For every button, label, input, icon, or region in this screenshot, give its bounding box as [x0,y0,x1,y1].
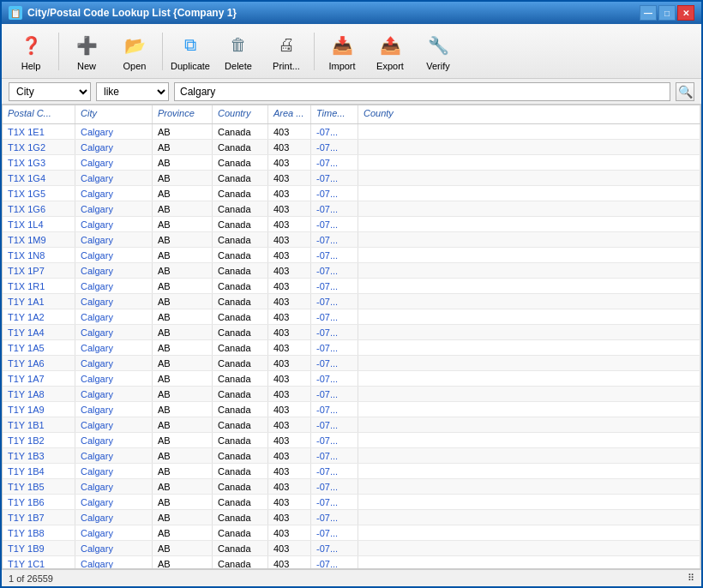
table-cell-time: -07... [311,201,358,216]
table-cell-province: AB [153,556,213,568]
table-row[interactable]: T1Y 1A7CalgaryABCanada403-07... [3,371,700,387]
help-icon: ❓ [17,32,45,59]
table-cell-city: Calgary [75,309,153,324]
window-title: City/Postal Code Lookup List {Company 1} [27,7,237,19]
table-row[interactable]: T1X 1G5CalgaryABCanada403-07... [3,186,700,201]
print-icon: 🖨 [273,32,300,59]
close-button[interactable]: ✕ [677,5,694,21]
col-header-county[interactable]: County [358,105,700,123]
col-header-area[interactable]: Area ... [268,105,311,123]
table-cell-time: -07... [311,387,358,401]
table-cell-area: 403 [268,155,311,170]
table-row[interactable]: T1Y 1B6CalgaryABCanada403-07... [3,495,700,510]
table-cell-time: -07... [311,417,358,432]
table-cell-country: Canada [213,433,268,447]
toolbar-import-button[interactable]: 📥Import [320,28,364,75]
table-cell-country: Canada [213,525,268,540]
table-row[interactable]: T1X 1G6CalgaryABCanada403-07... [3,201,700,217]
table-row[interactable]: T1Y 1B2CalgaryABCanada403-07... [3,433,700,448]
table-cell-country: Canada [213,217,268,231]
table-row[interactable]: T1Y 1A6CalgaryABCanada403-07... [3,356,700,371]
table-cell-province: AB [153,479,213,494]
table-row[interactable]: T1Y 1A4CalgaryABCanada403-07... [3,325,700,340]
table-row[interactable]: T1X 1L4CalgaryABCanada403-07... [3,217,700,232]
filter-value-input[interactable] [174,82,670,101]
title-controls: — □ ✕ [640,5,694,21]
table-cell-country: Canada [213,541,268,555]
table-row[interactable]: T1X 1N8CalgaryABCanada403-07... [3,248,700,263]
col-header-city[interactable]: City [75,105,153,123]
table-row[interactable]: T1X 1G2CalgaryABCanada403-07... [3,140,700,155]
minimize-button[interactable]: — [640,5,657,21]
table-cell-county [358,510,700,525]
table-cell-city: Calgary [75,124,153,139]
table-row[interactable]: T1Y 1A9CalgaryABCanada403-07... [3,402,700,417]
table-cell-county [358,232,700,247]
table-row[interactable]: T1Y 1A8CalgaryABCanada403-07... [3,387,700,402]
col-header-postal[interactable]: Postal C... [3,105,75,123]
table-row[interactable]: T1X 1G3CalgaryABCanada403-07... [3,155,700,171]
toolbar-separator-5 [314,33,315,70]
filter-search-button[interactable]: 🔍 [676,82,694,101]
table-cell-postal: T1Y 1B8 [3,525,75,540]
table-row[interactable]: T1Y 1B9CalgaryABCanada403-07... [3,541,700,556]
table-row[interactable]: T1Y 1B4CalgaryABCanada403-07... [3,464,700,479]
toolbar-duplicate-button[interactable]: ⧉Duplicate [168,28,213,75]
filter-operator-select[interactable]: like = != starts with ends with [96,82,169,101]
toolbar-help-button[interactable]: ❓Help [9,28,53,75]
table-cell-postal: T1X 1G5 [3,186,75,201]
table-cell-city: Calgary [75,525,153,540]
toolbar-print-button[interactable]: 🖨Print... [264,28,309,75]
table-row[interactable]: T1Y 1A5CalgaryABCanada403-07... [3,340,700,356]
toolbar-export-button[interactable]: 📤Export [368,28,412,75]
table-cell-province: AB [153,402,213,417]
table-cell-postal: T1X 1M9 [3,232,75,247]
col-header-province[interactable]: Province [153,105,213,123]
table-cell-city: Calgary [75,541,153,555]
table-row[interactable]: T1Y 1A2CalgaryABCanada403-07... [3,309,700,325]
table-row[interactable]: T1Y 1B8CalgaryABCanada403-07... [3,525,700,541]
table-cell-area: 403 [268,556,311,568]
filter-field-select[interactable]: City Postal Code Province Country Area C… [9,82,91,101]
table-cell-time: -07... [311,171,358,185]
table-row[interactable]: T1Y 1B1CalgaryABCanada403-07... [3,417,700,433]
toolbar-delete-button[interactable]: 🗑Delete [216,28,261,75]
table-cell-country: Canada [213,371,268,386]
table-cell-time: -07... [311,248,358,262]
table-row[interactable]: T1X 1R1CalgaryABCanada403-07... [3,279,700,294]
toolbar-new-button[interactable]: ➕New [64,28,109,75]
table-cell-time: -07... [311,510,358,525]
table-cell-city: Calgary [75,464,153,478]
table-cell-country: Canada [213,140,268,154]
table-row[interactable]: T1X 1M9CalgaryABCanada403-07... [3,232,700,248]
table-cell-time: -07... [311,525,358,540]
toolbar-verify-button[interactable]: 🔧Verify [416,28,460,75]
table-row[interactable]: T1Y 1B7CalgaryABCanada403-07... [3,510,700,525]
table-cell-area: 403 [268,248,311,262]
table-cell-postal: T1Y 1B4 [3,464,75,478]
table-cell-county [358,525,700,540]
table-cell-country: Canada [213,155,268,170]
table-row[interactable]: T1Y 1C1CalgaryABCanada403-07... [3,556,700,568]
table-cell-city: Calgary [75,279,153,293]
table-row[interactable]: T1X 1E1CalgaryABCanada403-07... [3,124,700,140]
toolbar-open-button[interactable]: 📂Open [112,28,157,75]
table-row[interactable]: T1X 1G4CalgaryABCanada403-07... [3,171,700,186]
table-row[interactable]: T1X 1P7CalgaryABCanada403-07... [3,263,700,279]
table-cell-postal: T1Y 1A8 [3,387,75,401]
import-icon: 📥 [328,32,356,59]
table-cell-country: Canada [213,510,268,525]
import-label: Import [328,61,355,71]
filter-bar: City Postal Code Province Country Area C… [2,79,701,105]
table-row[interactable]: T1Y 1A1CalgaryABCanada403-07... [3,294,700,309]
col-header-time[interactable]: Time... [311,105,358,123]
col-header-country[interactable]: Country [213,105,268,123]
table-cell-time: -07... [311,279,358,293]
table-cell-country: Canada [213,201,268,216]
maximize-button[interactable]: □ [658,5,676,21]
table-cell-province: AB [153,140,213,154]
table-cell-city: Calgary [75,402,153,417]
table-row[interactable]: T1Y 1B3CalgaryABCanada403-07... [3,448,700,464]
table-row[interactable]: T1Y 1B5CalgaryABCanada403-07... [3,479,700,495]
table-cell-area: 403 [268,464,311,478]
